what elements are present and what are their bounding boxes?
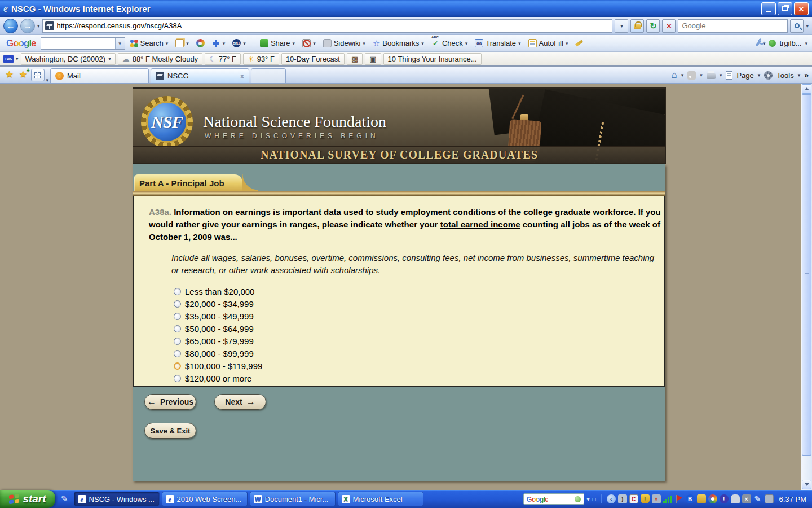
chevron-down-icon[interactable]: ▾	[115, 38, 125, 49]
google-desktop-search[interactable]: Google	[523, 493, 584, 505]
sidewiki-button[interactable]: Sidewiki▾	[321, 38, 368, 49]
scrollbar-thumb[interactable]	[802, 94, 811, 456]
tab-nscg[interactable]: NSCG x	[151, 68, 249, 83]
print-icon[interactable]	[707, 73, 716, 79]
current-conditions-button[interactable]: ☁88° F Mostly Cloudy	[118, 53, 202, 65]
taskbar-window-word[interactable]: W Document1 - Micr...	[250, 492, 336, 506]
url-input[interactable]	[57, 21, 610, 30]
quick-launch-pen-icon[interactable]: ✎	[61, 494, 68, 504]
favorites-star-icon[interactable]: ★	[5, 68, 14, 80]
pen-icon[interactable]: ✎	[753, 494, 762, 503]
security-c-icon[interactable]: C	[629, 494, 638, 503]
network-disconnected-icon[interactable]: ×	[652, 494, 661, 503]
cancel-icon[interactable]: ×	[742, 494, 751, 503]
radio-button-icon[interactable]	[174, 375, 181, 382]
high-temp-button[interactable]: ☀93° F	[243, 53, 279, 65]
add-favorite-icon[interactable]: ★	[19, 68, 27, 80]
minimize-button[interactable]	[761, 2, 776, 15]
gear-icon[interactable]	[764, 71, 773, 80]
twc-logo-icon[interactable]: TWC	[3, 55, 14, 63]
close-button[interactable]: ×	[794, 2, 809, 15]
forward-button[interactable]: →	[20, 19, 35, 33]
orbit-button[interactable]	[194, 38, 207, 49]
radio-option[interactable]: Less than $20,000	[174, 285, 650, 297]
overflow-chevron-icon[interactable]: »	[804, 71, 809, 80]
home-icon[interactable]: ⌂	[672, 69, 677, 81]
google-desktop-icon[interactable]	[708, 494, 717, 503]
taskbar-window-nscg[interactable]: e NSCG - Windows ...	[74, 492, 160, 506]
next-button[interactable]: Next →	[214, 394, 266, 410]
gadget-restore-icon[interactable]: □	[593, 496, 596, 502]
radio-option[interactable]: $120,000 or more	[174, 372, 650, 384]
quick-tabs-button[interactable]	[31, 69, 45, 81]
display-icon[interactable]	[765, 494, 774, 503]
google-search-button[interactable]: Search ▾	[128, 38, 171, 49]
forecast-button[interactable]: 10-Day Forecast	[281, 53, 345, 65]
map-button[interactable]: ▩	[347, 53, 363, 65]
device-icon[interactable]	[697, 494, 706, 503]
account-label[interactable]: trgilb...	[779, 39, 801, 47]
gadget-dropdown-icon[interactable]: ▾	[587, 496, 590, 502]
hide-tray-icons-button[interactable]: ‹	[607, 494, 616, 503]
tab-mail[interactable]: Mail	[50, 68, 149, 83]
radio-button-icon[interactable]	[174, 338, 181, 345]
taskbar-window-excel[interactable]: X Microsoft Excel	[338, 492, 423, 506]
highlighter-button[interactable]	[573, 41, 585, 46]
radio-button-icon[interactable]	[174, 325, 181, 332]
new-tab-stub[interactable]	[251, 68, 286, 83]
radio-button-icon-highlighted[interactable]	[174, 362, 181, 370]
bluetooth-icon[interactable]: B	[686, 494, 695, 503]
radio-option[interactable]: $20,000 - $34,999	[174, 297, 650, 310]
bookmarks-button[interactable]: ☆Bookmarks▾	[370, 38, 426, 49]
browser-search-input[interactable]	[682, 21, 784, 30]
page-icon[interactable]	[726, 71, 732, 80]
alert-icon[interactable]: !	[720, 494, 729, 503]
tab-list-dropdown[interactable]: ▾	[46, 77, 49, 83]
autofill-button[interactable]: AutoFill▾	[526, 38, 571, 49]
stop-button[interactable]: ×	[662, 19, 676, 33]
flag-icon[interactable]	[674, 494, 683, 503]
restore-button[interactable]	[778, 2, 792, 15]
start-button[interactable]: start	[0, 490, 55, 508]
chevron-down-icon[interactable]: ▾	[16, 56, 19, 62]
vertical-scrollbar[interactable]	[801, 84, 812, 490]
tab-close-icon[interactable]: x	[240, 72, 244, 80]
radio-option[interactable]: $80,000 - $99,999	[174, 347, 650, 360]
radio-option[interactable]: $100,000 - $119,999	[174, 360, 650, 372]
news-headline-button[interactable]: 10 Things Your Insurance...	[383, 53, 482, 65]
security-lock-button[interactable]	[630, 19, 644, 33]
add-gadget-button[interactable]: ▾	[210, 38, 228, 49]
radio-option[interactable]: $35,000 - $49,999	[174, 310, 650, 322]
photos-button[interactable]: ▾	[173, 38, 191, 49]
weather-location-button[interactable]: Washington, DC (20002)▾	[21, 53, 116, 65]
signal-strength-icon[interactable]	[663, 494, 672, 503]
scroll-down-button[interactable]	[802, 480, 811, 489]
radio-button-icon[interactable]	[174, 300, 181, 308]
wrench-icon[interactable]	[755, 40, 761, 47]
page-menu-label[interactable]: Page	[736, 71, 753, 80]
dell-button[interactable]: DELL▾	[230, 38, 248, 49]
tools-menu-label[interactable]: Tools	[776, 71, 793, 80]
browser-search-box[interactable]	[678, 19, 788, 33]
google-search-field[interactable]: ▾	[41, 37, 125, 50]
radio-button-icon[interactable]	[174, 288, 181, 295]
scroll-up-button[interactable]	[802, 84, 811, 94]
history-dropdown[interactable]: ▾	[37, 23, 40, 29]
previous-button[interactable]: ← Previous	[144, 394, 196, 410]
address-dropdown-button[interactable]: ▾	[615, 19, 628, 33]
spellcheck-button[interactable]: ABC✓Check▾	[429, 38, 470, 49]
radio-option[interactable]: $50,000 - $64,999	[174, 322, 650, 335]
back-button[interactable]: ←	[3, 19, 18, 33]
radio-button-icon[interactable]	[174, 313, 181, 320]
search-options-dropdown[interactable]: ▾	[806, 23, 809, 29]
taskbar-window-webscreen[interactable]: e 2010 Web Screen...	[162, 492, 248, 506]
video-button[interactable]: ▣	[365, 53, 381, 65]
volume-icon[interactable]: )	[618, 494, 627, 503]
radio-button-icon[interactable]	[174, 350, 181, 357]
refresh-button[interactable]: ↻	[646, 19, 660, 33]
radio-option[interactable]: $65,000 - $79,999	[174, 335, 650, 347]
blocked-button[interactable]: ▾	[300, 38, 318, 49]
translate-button[interactable]: âaTranslate▾	[473, 38, 523, 49]
pointing-device-icon[interactable]	[731, 494, 740, 503]
address-field[interactable]	[42, 19, 613, 33]
